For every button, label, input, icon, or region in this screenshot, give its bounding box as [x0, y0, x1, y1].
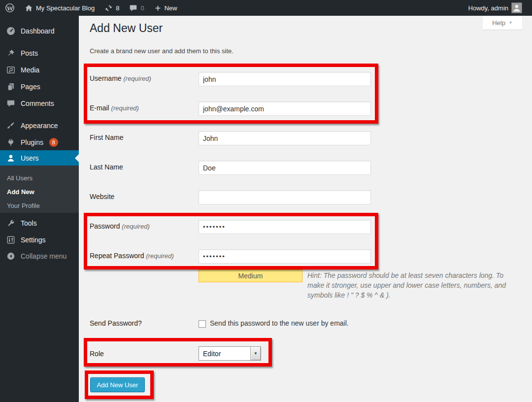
plugins-update-badge: 8 — [49, 138, 58, 147]
role-label: Role — [90, 350, 104, 358]
sidebar-item-media[interactable]: Media — [0, 62, 79, 78]
collapse-arrow-icon — [6, 251, 16, 261]
dashboard-gauge-icon — [6, 26, 16, 36]
submenu-item-your-profile[interactable]: Your Profile — [0, 199, 79, 212]
admin-sidebar: Dashboard Posts Media Pages Comments — [0, 16, 79, 402]
sidebar-item-dashboard[interactable]: Dashboard — [0, 23, 79, 39]
repeat-password-input[interactable] — [199, 249, 371, 264]
repeat-password-label: Repeat Password (required) — [90, 252, 174, 260]
sidebar-item-appearance[interactable]: Appearance — [0, 117, 79, 134]
wrench-icon — [6, 218, 16, 228]
main-content: Help ▼ Add New User Create a brand new u… — [79, 16, 532, 402]
sidebar-item-pages[interactable]: Pages — [0, 78, 79, 95]
username-label: Username (required) — [90, 74, 151, 82]
new-menu[interactable]: New — [149, 0, 182, 16]
users-submenu: All Users Add New Your Profile — [0, 166, 79, 213]
plus-icon — [154, 4, 162, 12]
last-name-label: Last Name — [90, 163, 123, 171]
sidebar-item-posts[interactable]: Posts — [0, 45, 79, 62]
submenu-item-label: Your Profile — [7, 202, 40, 209]
wordpress-logo-icon — [5, 3, 15, 13]
required-hint: (required) — [122, 223, 149, 230]
collapse-menu-label: Collapse menu — [21, 252, 66, 260]
comments-menu[interactable]: 0 — [124, 0, 149, 16]
sidebar-item-label: Users — [21, 154, 39, 162]
my-account-menu[interactable]: Howdy, admin — [464, 0, 527, 16]
password-input[interactable] — [199, 220, 371, 234]
required-hint: (required) — [146, 252, 173, 260]
website-input[interactable] — [199, 190, 371, 204]
page-title: Add New User — [90, 22, 163, 35]
required-hint: (required) — [111, 104, 139, 112]
dropdown-arrow-icon: ▼ — [250, 347, 261, 360]
website-label: Website — [90, 193, 114, 201]
submenu-item-label: All Users — [7, 174, 33, 182]
first-name-input[interactable] — [199, 131, 371, 145]
update-count: 8 — [116, 4, 119, 12]
home-icon — [25, 4, 33, 12]
required-hint: (required) — [123, 75, 151, 82]
sidebar-item-settings[interactable]: Settings — [0, 232, 79, 248]
pages-icon — [6, 82, 16, 92]
submenu-item-add-new[interactable]: Add New — [0, 185, 79, 199]
collapse-menu-button[interactable]: Collapse menu — [0, 248, 79, 265]
send-password-label: Send Password? — [90, 319, 142, 327]
sidebar-item-plugins[interactable]: Plugins 8 — [0, 134, 79, 151]
wordpress-logo-menu[interactable] — [0, 0, 20, 16]
send-password-checkbox[interactable] — [199, 320, 206, 328]
sidebar-item-comments[interactable]: Comments — [0, 95, 79, 112]
admin-bar: My Spectacular Blog 8 0 New — [0, 0, 532, 16]
role-selected-value: Editor — [199, 347, 250, 360]
password-label: Password (required) — [90, 222, 150, 230]
comment-count: 0 — [140, 4, 144, 12]
sidebar-item-label: Tools — [21, 219, 37, 227]
new-label: New — [165, 4, 177, 12]
password-hint: Hint: The password should be at least se… — [195, 270, 513, 300]
sidebar-item-users[interactable]: Users — [0, 150, 79, 166]
site-name-menu[interactable]: My Spectacular Blog — [20, 0, 100, 16]
help-label: Help — [492, 19, 505, 27]
sidebar-item-label: Dashboard — [21, 27, 55, 35]
page-subtitle: Create a brand new user and add them to … — [90, 47, 233, 55]
username-input[interactable] — [199, 72, 371, 86]
hint-spacer — [195, 270, 307, 292]
user-icon — [6, 153, 16, 163]
send-password-checkbox-label[interactable]: Send this password to the new user by em… — [210, 319, 349, 327]
last-name-input[interactable] — [199, 161, 371, 175]
pushpin-icon — [6, 48, 16, 58]
help-tab-button[interactable]: Help ▼ — [483, 16, 522, 30]
site-name: My Spectacular Blog — [36, 4, 95, 12]
role-dropdown[interactable]: Editor ▼ — [199, 346, 261, 361]
chevron-down-icon: ▼ — [508, 20, 513, 25]
sidebar-item-label: Posts — [21, 49, 38, 57]
submenu-item-all-users[interactable]: All Users — [0, 171, 79, 185]
email-input[interactable] — [199, 101, 371, 116]
sidebar-item-label: Plugins — [21, 138, 43, 146]
avatar — [511, 2, 522, 13]
comments-bubble-icon — [6, 99, 16, 108]
sidebar-item-tools[interactable]: Tools — [0, 215, 79, 232]
sidebar-item-label: Settings — [21, 236, 46, 244]
comment-bubble-icon — [129, 4, 137, 12]
media-note-icon — [6, 65, 16, 75]
sidebar-item-label: Appearance — [21, 122, 58, 130]
sidebar-item-label: Pages — [21, 83, 40, 91]
add-new-user-button[interactable]: Add New User — [90, 377, 145, 392]
submenu-item-label: Add New — [7, 188, 34, 196]
plug-icon — [6, 137, 16, 147]
sliders-icon — [6, 235, 16, 245]
howdy-text: Howdy, admin — [468, 4, 508, 12]
email-label: E-mail (required) — [90, 104, 139, 112]
sidebar-item-label: Comments — [21, 100, 54, 107]
paintbrush-icon — [6, 121, 16, 131]
update-icon — [104, 4, 113, 12]
sidebar-item-label: Media — [21, 66, 39, 74]
updates-menu[interactable]: 8 — [100, 0, 124, 16]
first-name-label: First Name — [90, 134, 123, 141]
wordpress-admin-screen: My Spectacular Blog 8 0 New — [0, 0, 532, 402]
